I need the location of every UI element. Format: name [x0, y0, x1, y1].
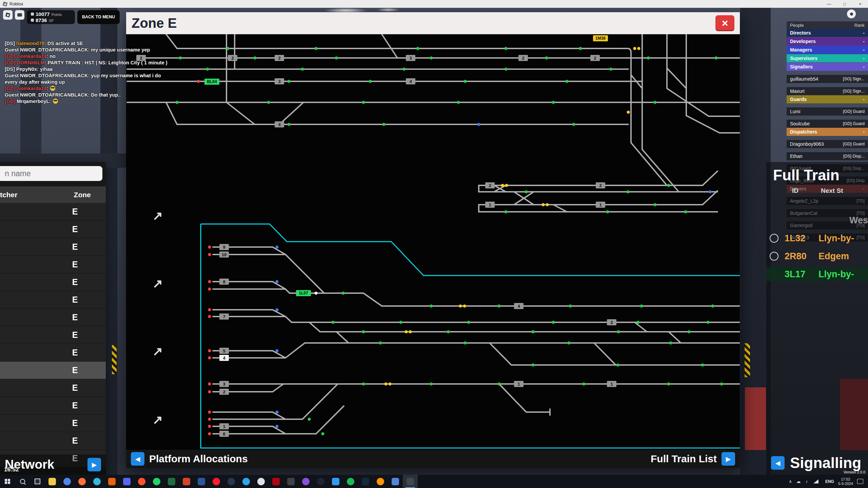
signal-light[interactable] [627, 190, 630, 194]
signal-light[interactable] [276, 349, 279, 352]
signal-light[interactable] [505, 68, 508, 71]
search-input[interactable]: n name [0, 166, 102, 181]
signal-light[interactable] [308, 418, 311, 421]
signal-light[interactable] [572, 123, 575, 126]
people-group-managers[interactable]: Managers- [787, 46, 868, 54]
signal-light[interactable] [342, 292, 345, 295]
signal-light[interactable] [384, 383, 388, 386]
full-train-list-label[interactable]: Full Train List [651, 453, 717, 465]
signal-light[interactable] [525, 190, 528, 194]
signal-light[interactable] [505, 210, 508, 214]
minimize-button[interactable]: — [821, 0, 837, 8]
network-icon[interactable] [813, 480, 818, 484]
taskbar-app-spotify[interactable] [343, 475, 358, 488]
signal-light[interactable] [403, 68, 406, 71]
search-button[interactable] [15, 475, 30, 488]
signal-light[interactable] [552, 101, 555, 104]
signal-light[interactable] [579, 47, 582, 50]
signal-light[interactable] [464, 342, 467, 345]
signal-light[interactable] [711, 305, 714, 308]
full-train-list-button[interactable]: ▶ [722, 452, 735, 466]
signal-light[interactable] [208, 349, 211, 352]
zone-list-item[interactable]: E [0, 273, 106, 291]
signal-light[interactable] [399, 321, 402, 324]
signal-light[interactable] [416, 47, 419, 50]
signal-light[interactable] [532, 364, 535, 367]
platform-allocations-label[interactable]: Platform Allocations [149, 453, 248, 465]
signal-light[interactable] [552, 321, 555, 324]
taskbar-app-excel[interactable] [164, 475, 179, 488]
train-row[interactable]: 2R80Edgem [766, 249, 868, 263]
train-select-circle[interactable] [770, 234, 778, 243]
zone-list-item[interactable]: E [0, 344, 106, 362]
signal-light[interactable] [463, 305, 466, 308]
signal-light[interactable] [566, 80, 569, 83]
task-view-button[interactable] [30, 475, 45, 488]
signal-light[interactable] [379, 342, 382, 345]
signal-light[interactable] [617, 330, 620, 333]
taskbar-app-roblox[interactable] [403, 475, 418, 488]
taskbar-app-file-explorer[interactable] [45, 475, 60, 488]
signal-light[interactable] [583, 383, 586, 386]
signal-light[interactable] [276, 411, 279, 414]
taskbar-app-whatsapp[interactable] [149, 475, 164, 488]
signal-light[interactable] [208, 383, 211, 386]
signal-light[interactable] [688, 330, 691, 333]
taskbar-app-photoshop[interactable] [358, 475, 373, 488]
signal-light[interactable] [707, 321, 710, 324]
player-row[interactable]: Ethan[DS] Disp... [787, 152, 868, 160]
signal-light[interactable] [206, 68, 209, 71]
signal-light[interactable] [208, 246, 211, 249]
people-group-directors[interactable]: Directors- [787, 29, 868, 37]
zone-list-item[interactable]: E [0, 362, 106, 379]
player-row[interactable]: Dragonboy9063[GD] Guard [787, 140, 868, 148]
taskbar-app-epic-games[interactable] [283, 475, 298, 488]
signal-light[interactable] [197, 80, 200, 83]
signal-light[interactable] [498, 305, 501, 308]
close-window-button[interactable]: × [852, 0, 868, 8]
signal-light[interactable] [208, 253, 211, 256]
zone-list-item[interactable]: E [0, 256, 106, 273]
signal-light[interactable] [315, 292, 318, 295]
column-dispatcher[interactable]: tcher [0, 191, 59, 199]
signal-light[interactable] [505, 184, 508, 187]
signal-light[interactable] [208, 288, 211, 291]
people-group-guards[interactable]: Guards- [787, 95, 868, 103]
signal-light[interactable] [276, 246, 279, 249]
signal-light[interactable] [669, 342, 672, 345]
taskbar-app-opera[interactable] [209, 475, 224, 488]
people-group-dispatchers[interactable]: Dispatchers- [787, 128, 868, 136]
language-indicator[interactable]: ENG [825, 479, 834, 484]
people-group-supervisors[interactable]: Supervisors- [787, 54, 868, 62]
signal-light[interactable] [382, 123, 386, 126]
start-button[interactable] [0, 475, 15, 488]
signal-light[interactable] [477, 123, 480, 126]
signal-light[interactable] [208, 432, 211, 435]
signal-light[interactable] [288, 123, 291, 126]
signal-light[interactable] [208, 280, 211, 283]
signal-light[interactable] [647, 57, 650, 60]
zone-list-item[interactable]: E [0, 203, 106, 221]
signal-light[interactable] [369, 80, 372, 83]
taskbar-app-alienware[interactable] [254, 475, 269, 488]
taskbar-app-obs[interactable] [313, 475, 328, 488]
taskbar-app-discord[interactable] [119, 475, 134, 488]
taskbar-app-messenger[interactable] [298, 475, 313, 488]
signal-light[interactable] [709, 190, 712, 194]
signal-light[interactable] [654, 101, 657, 104]
taskbar-app-steam[interactable] [224, 475, 239, 488]
action-center-icon[interactable] [857, 479, 863, 484]
signal-light[interactable] [637, 47, 640, 50]
signal-light[interactable] [430, 57, 433, 60]
signal-light[interactable] [633, 47, 636, 50]
signal-light[interactable] [276, 280, 279, 283]
signal-light[interactable] [701, 364, 704, 367]
signal-light[interactable] [332, 321, 335, 324]
back-to-menu-button[interactable]: BACK TO MENU [77, 10, 120, 24]
signal-light[interactable] [464, 80, 467, 83]
zone-list-item[interactable]: E [0, 326, 106, 344]
signal-light[interactable] [569, 305, 572, 308]
signal-light[interactable] [459, 305, 462, 308]
signal-light[interactable] [610, 68, 613, 71]
signal-light[interactable] [208, 390, 211, 393]
